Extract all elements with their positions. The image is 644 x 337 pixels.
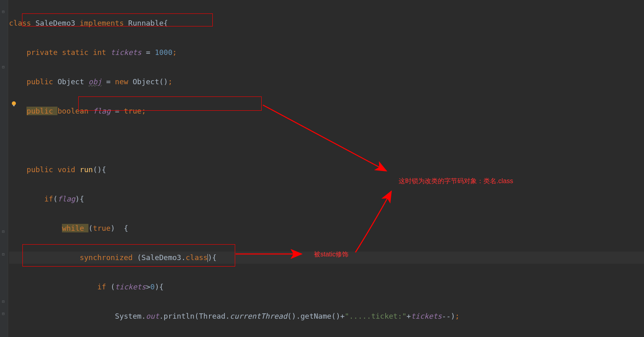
fold-icon[interactable]: ⊟ [1,312,5,316]
code-line: if(flag){ [9,193,644,205]
fold-icon[interactable]: ⊟ [1,300,5,304]
fold-icon[interactable]: ⊟ [1,65,5,69]
code-line: public boolean flag = true; [9,105,644,117]
annotation-text: 被static修饰 [314,250,348,259]
code-editor[interactable]: ⊟ ⊟ ⊟ ⊟ ⊟ ⊟ class SaleDemo3 implements R… [0,0,644,337]
code-area[interactable]: class SaleDemo3 implements Runnable{ pri… [9,0,644,337]
code-line: class SaleDemo3 implements Runnable{ [9,17,644,29]
code-line: System.out.println(Thread.currentThread(… [9,310,644,322]
gutter: ⊟ ⊟ ⊟ ⊟ ⊟ ⊟ [0,0,8,337]
code-line: public Object obj = new Object(); [9,76,644,88]
code-line: public void run(){ [9,164,644,176]
annotation-text: 这时锁为改类的字节码对象：类名.class [399,177,513,186]
fold-icon[interactable]: ⊟ [1,10,5,14]
code-line: if (tickets>0){ [9,281,644,293]
code-line: while (true) { [9,222,644,234]
code-line: private static int tickets = 1000; [9,46,644,59]
fold-icon[interactable]: ⊟ [1,252,5,256]
code-line [9,134,644,147]
fold-icon[interactable]: ⊟ [1,230,5,234]
